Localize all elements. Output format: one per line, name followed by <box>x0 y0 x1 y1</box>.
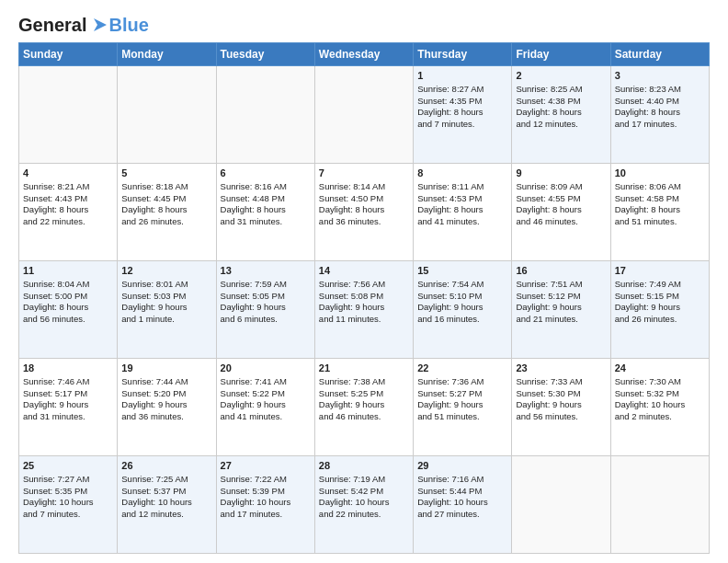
calendar-header-saturday: Saturday <box>610 43 709 66</box>
calendar-cell: 21Sunrise: 7:38 AMSunset: 5:25 PMDayligh… <box>314 359 413 456</box>
day-number: 19 <box>121 362 211 375</box>
day-number: 11 <box>23 264 113 278</box>
day-info: Daylight: 8 hours <box>516 204 606 216</box>
day-info: Daylight: 10 hours <box>319 497 409 509</box>
day-info: Daylight: 9 hours <box>319 302 409 314</box>
day-info: and 7 minutes. <box>417 119 507 131</box>
day-info: Sunset: 4:48 PM <box>221 193 311 205</box>
day-info: Sunset: 5:17 PM <box>23 388 113 400</box>
calendar-cell <box>118 66 216 164</box>
day-info: Daylight: 9 hours <box>221 302 311 314</box>
day-info: and 36 minutes. <box>319 216 409 228</box>
day-info: Sunset: 5:37 PM <box>121 486 211 498</box>
day-info: Daylight: 8 hours <box>417 204 507 216</box>
day-info: and 22 minutes. <box>319 509 409 521</box>
calendar-header-tuesday: Tuesday <box>216 43 314 66</box>
day-info: Sunset: 4:38 PM <box>516 96 606 108</box>
day-info: and 21 minutes. <box>516 314 606 326</box>
day-info: Daylight: 10 hours <box>221 497 311 509</box>
calendar-cell: 6Sunrise: 8:16 AMSunset: 4:48 PMDaylight… <box>216 164 314 261</box>
calendar-cell: 11Sunrise: 8:04 AMSunset: 5:00 PMDayligh… <box>19 261 118 359</box>
day-info: Sunset: 5:20 PM <box>121 388 211 400</box>
day-number: 14 <box>319 264 409 278</box>
day-number: 10 <box>615 167 705 180</box>
calendar-header-monday: Monday <box>118 43 216 66</box>
day-info: and 27 minutes. <box>417 509 507 521</box>
calendar-cell <box>19 66 118 164</box>
calendar-cell: 19Sunrise: 7:44 AMSunset: 5:20 PMDayligh… <box>118 359 216 456</box>
day-info: Daylight: 9 hours <box>417 302 507 314</box>
day-info: Sunrise: 7:44 AM <box>121 376 211 388</box>
day-info: Sunset: 5:10 PM <box>417 291 507 303</box>
day-info: and 12 minutes. <box>516 119 606 131</box>
day-info: Sunset: 5:39 PM <box>221 486 311 498</box>
day-info: Sunrise: 7:16 AM <box>417 474 507 486</box>
day-number: 20 <box>221 362 311 375</box>
day-number: 12 <box>121 264 211 278</box>
day-info: Sunrise: 7:19 AM <box>319 474 409 486</box>
day-info: Sunrise: 7:49 AM <box>615 279 705 291</box>
day-info: and 16 minutes. <box>417 314 507 326</box>
calendar-cell: 22Sunrise: 7:36 AMSunset: 5:27 PMDayligh… <box>414 359 512 456</box>
day-info: Sunrise: 8:18 AM <box>121 181 211 193</box>
day-info: Daylight: 9 hours <box>221 399 311 411</box>
day-info: Sunset: 5:00 PM <box>23 291 113 303</box>
day-info: Sunrise: 7:27 AM <box>23 474 113 486</box>
day-info: Sunset: 5:42 PM <box>319 486 409 498</box>
day-info: Daylight: 10 hours <box>121 497 211 509</box>
day-info: Sunset: 5:03 PM <box>121 291 211 303</box>
calendar-cell <box>314 66 413 164</box>
calendar-cell: 2Sunrise: 8:25 AMSunset: 4:38 PMDaylight… <box>512 66 610 164</box>
day-info: Sunset: 4:35 PM <box>417 96 507 108</box>
day-number: 26 <box>121 459 211 473</box>
day-number: 7 <box>319 167 409 180</box>
day-number: 3 <box>615 69 705 83</box>
day-info: and 2 minutes. <box>615 411 705 423</box>
day-info: and 1 minute. <box>121 314 211 326</box>
day-number: 2 <box>516 69 606 83</box>
day-info: Sunrise: 7:51 AM <box>516 279 606 291</box>
day-info: Sunset: 5:05 PM <box>221 291 311 303</box>
calendar-cell <box>512 456 610 554</box>
header: General Blue <box>18 15 710 35</box>
day-info: Sunrise: 7:36 AM <box>417 376 507 388</box>
calendar-table: SundayMondayTuesdayWednesdayThursdayFrid… <box>18 42 710 554</box>
calendar-cell: 15Sunrise: 7:54 AMSunset: 5:10 PMDayligh… <box>414 261 512 359</box>
day-info: Daylight: 10 hours <box>417 497 507 509</box>
calendar-cell: 3Sunrise: 8:23 AMSunset: 4:40 PMDaylight… <box>610 66 709 164</box>
calendar-cell: 9Sunrise: 8:09 AMSunset: 4:55 PMDaylight… <box>512 164 610 261</box>
day-info: Sunset: 4:43 PM <box>23 193 113 205</box>
calendar-week-2: 4Sunrise: 8:21 AMSunset: 4:43 PMDaylight… <box>19 164 710 261</box>
day-info: Daylight: 8 hours <box>23 302 113 314</box>
day-info: Daylight: 9 hours <box>615 302 705 314</box>
day-info: and 51 minutes. <box>417 411 507 423</box>
day-info: and 51 minutes. <box>615 216 705 228</box>
day-number: 1 <box>417 69 507 83</box>
day-info: and 12 minutes. <box>121 509 211 521</box>
calendar-cell: 5Sunrise: 8:18 AMSunset: 4:45 PMDaylight… <box>118 164 216 261</box>
day-number: 28 <box>319 459 409 473</box>
day-number: 22 <box>417 362 507 375</box>
day-info: and 17 minutes. <box>615 119 705 131</box>
day-info: Sunrise: 8:27 AM <box>417 84 507 96</box>
calendar-week-5: 25Sunrise: 7:27 AMSunset: 5:35 PMDayligh… <box>19 456 710 554</box>
calendar-cell: 28Sunrise: 7:19 AMSunset: 5:42 PMDayligh… <box>314 456 413 554</box>
calendar-cell: 4Sunrise: 8:21 AMSunset: 4:43 PMDaylight… <box>19 164 118 261</box>
day-number: 5 <box>121 167 211 180</box>
day-number: 27 <box>221 459 311 473</box>
day-info: Sunrise: 7:46 AM <box>23 376 113 388</box>
calendar-cell <box>610 456 709 554</box>
calendar-cell: 23Sunrise: 7:33 AMSunset: 5:30 PMDayligh… <box>512 359 610 456</box>
day-info: and 26 minutes. <box>615 314 705 326</box>
day-number: 21 <box>319 362 409 375</box>
day-info: Sunrise: 8:21 AM <box>23 181 113 193</box>
day-info: Sunrise: 8:23 AM <box>615 84 705 96</box>
day-info: Daylight: 10 hours <box>615 399 705 411</box>
calendar-week-4: 18Sunrise: 7:46 AMSunset: 5:17 PMDayligh… <box>19 359 710 456</box>
day-info: Sunrise: 7:54 AM <box>417 279 507 291</box>
day-info: Sunrise: 8:04 AM <box>23 279 113 291</box>
day-info: Sunrise: 7:41 AM <box>221 376 311 388</box>
day-info: Daylight: 8 hours <box>417 107 507 119</box>
calendar-cell: 8Sunrise: 8:11 AMSunset: 4:53 PMDaylight… <box>414 164 512 261</box>
calendar-week-3: 11Sunrise: 8:04 AMSunset: 5:00 PMDayligh… <box>19 261 710 359</box>
